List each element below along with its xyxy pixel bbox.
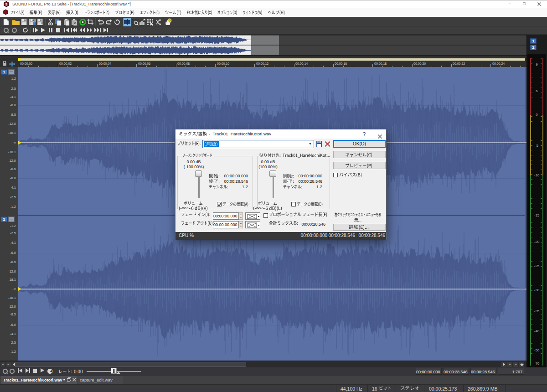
- svg-text:S: S: [5, 2, 7, 6]
